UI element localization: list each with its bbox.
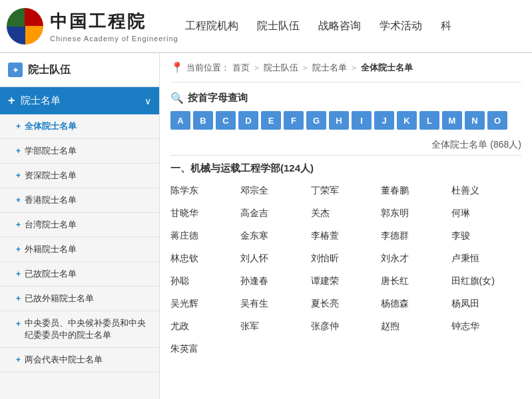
sm-plus-icon-9: + (16, 355, 21, 364)
name-item[interactable]: 甘晓华 (170, 205, 240, 221)
name-item[interactable]: 李骏 (451, 228, 521, 244)
sidebar-submenu-item-6[interactable]: + 已故院士名单 (0, 262, 159, 287)
alpha-btn-B[interactable]: B (193, 111, 213, 130)
name-item[interactable]: 何琳 (451, 205, 521, 221)
breadcrumb: 📍 当前位置： 首页 ＞ 院士队伍 ＞ 院士名单 ＞ 全体院士名单 (170, 53, 521, 82)
name-item[interactable]: 陈学东 (170, 183, 240, 199)
name-item[interactable]: 尤政 (170, 319, 240, 334)
chevron-down-icon: ∨ (144, 96, 151, 106)
alpha-btn-E[interactable]: E (261, 111, 281, 130)
main-container: ✦ 院士队伍 + 院士名单 ∨ + 全体院士名单 + 学部院士名单 + 资深院士… (0, 53, 532, 399)
section-title: 全体院士名单 (868人 (431, 139, 518, 150)
sidebar-submenu-item-1[interactable]: + 学部院士名单 (0, 139, 159, 164)
alpha-btn-O[interactable]: O (487, 111, 507, 130)
location-icon: 📍 (170, 61, 184, 74)
name-item[interactable]: 李椿萱 (311, 228, 381, 244)
name-item[interactable]: 林忠钦 (170, 251, 240, 267)
name-item[interactable]: 李德群 (381, 228, 451, 244)
breadcrumb-current: 全体院士名单 (361, 62, 413, 74)
sm-label-1: 学部院士名单 (25, 145, 77, 157)
sm-plus-icon-1: + (16, 146, 21, 156)
breadcrumb-sep-2: ＞ (301, 62, 310, 74)
logo-area: 中国工程院 Chinese Academy of Engineering (7, 8, 178, 45)
list-section: 全体院士名单 (868人) 一、机械与运载工程学部(124人) 陈学东邓宗全丁荣… (170, 139, 521, 357)
name-item[interactable]: 杨德森 (381, 296, 451, 312)
alpha-btn-F[interactable]: F (284, 111, 304, 130)
sm-label-5: 外籍院士名单 (25, 243, 77, 255)
sidebar-submenu-item-9[interactable]: + 两会代表中院士名单 (0, 348, 159, 372)
sm-plus-icon-6: + (16, 269, 21, 279)
alpha-btn-C[interactable]: C (216, 111, 236, 130)
alpha-btn-G[interactable]: G (306, 111, 326, 130)
sidebar-submenu-item-3[interactable]: + 香港院士名单 (0, 188, 159, 213)
breadcrumb-academicians[interactable]: 院士队伍 (264, 62, 298, 74)
name-item[interactable]: 吴光辉 (170, 296, 240, 312)
sidebar-submenu-item-0[interactable]: + 全体院士名单 (0, 114, 159, 139)
sidebar-submenu: + 全体院士名单 + 学部院士名单 + 资深院士名单 + 香港院士名单 + 台湾… (0, 114, 159, 372)
name-item[interactable]: 刘怡昕 (311, 251, 381, 267)
name-item[interactable]: 唐长红 (381, 273, 451, 289)
alpha-btn-I[interactable]: I (352, 111, 372, 130)
sidebar-menu-item[interactable]: + 院士名单 ∨ (0, 87, 159, 114)
name-item[interactable]: 张军 (240, 319, 310, 334)
alpha-btn-D[interactable]: D (238, 111, 258, 130)
name-item[interactable]: 孙逢春 (240, 273, 310, 289)
name-item[interactable]: 郭东明 (381, 205, 451, 221)
logo-chinese-text: 中国工程院 (50, 10, 178, 33)
sidebar-submenu-item-4[interactable]: + 台湾院士名单 (0, 213, 159, 237)
alpha-btn-L[interactable]: L (419, 111, 439, 130)
alpha-btn-K[interactable]: K (397, 111, 417, 130)
breadcrumb-list[interactable]: 院士名单 (312, 62, 347, 74)
name-item[interactable]: 朱英富 (170, 341, 240, 357)
name-item[interactable]: 关杰 (311, 205, 381, 221)
alpha-btn-H[interactable]: H (329, 111, 349, 130)
alpha-btn-A[interactable]: A (170, 111, 190, 130)
name-item[interactable]: 高金吉 (240, 205, 310, 221)
alpha-buttons-row: ABCDEFGHIJKLMNO (170, 111, 521, 130)
nav-item-academicians[interactable]: 院士队伍 (257, 19, 300, 33)
sm-label-0: 全体院士名单 (25, 120, 77, 132)
sidebar-header-icon: ✦ (8, 63, 23, 77)
nav-item-academic[interactable]: 学术活动 (380, 19, 422, 33)
name-item[interactable]: 吴有生 (240, 296, 310, 312)
alpha-btn-J[interactable]: J (374, 111, 394, 130)
plus-icon: + (8, 94, 15, 108)
logo-english-text: Chinese Academy of Engineering (50, 35, 178, 43)
name-item[interactable]: 赵煦 (381, 319, 451, 334)
name-item[interactable]: 金东寒 (240, 228, 310, 244)
name-item[interactable]: 杨凤田 (451, 296, 521, 312)
alpha-btn-M[interactable]: M (442, 111, 462, 130)
name-item[interactable]: 张彦仲 (311, 319, 381, 334)
search-icon: 🔍 (170, 92, 184, 104)
sm-label-7: 已故外籍院士名单 (25, 293, 94, 305)
name-item[interactable]: 钟志华 (451, 319, 521, 334)
nav-item-strategy[interactable]: 战略咨询 (318, 19, 361, 33)
name-item[interactable]: 刘人怀 (240, 251, 310, 267)
name-item[interactable]: 杜善义 (451, 183, 521, 199)
sm-plus-icon-7: + (16, 294, 21, 303)
alpha-btn-N[interactable]: N (465, 111, 485, 130)
logo-circle (7, 8, 43, 45)
sidebar-submenu-item-8[interactable]: + 中央委员、中央候补委员和中央纪委委员中的院士名单 (0, 311, 159, 348)
name-item[interactable]: 董春鹏 (381, 183, 451, 199)
nav-item-institution[interactable]: 工程院机构 (185, 19, 238, 33)
breadcrumb-home[interactable]: 首页 (232, 62, 250, 74)
name-item[interactable]: 蒋庄德 (170, 228, 240, 244)
name-item[interactable]: 卢秉恒 (451, 251, 521, 267)
sidebar: ✦ 院士队伍 + 院士名单 ∨ + 全体院士名单 + 学部院士名单 + 资深院士… (0, 53, 160, 399)
sm-plus-icon-2: + (16, 171, 21, 180)
name-item[interactable]: 丁荣军 (311, 183, 381, 199)
section-title-bar: 全体院士名单 (868人) (170, 139, 521, 156)
sidebar-submenu-item-5[interactable]: + 外籍院士名单 (0, 237, 159, 262)
name-item[interactable]: 夏长亮 (311, 296, 381, 312)
nav-item-more[interactable]: 科 (441, 19, 451, 33)
name-item[interactable]: 邓宗全 (240, 183, 310, 199)
name-item[interactable]: 孙聪 (170, 273, 240, 289)
main-nav: 工程院机构 院士队伍 战略咨询 学术活动 科 (185, 19, 451, 33)
sidebar-submenu-item-7[interactable]: + 已故外籍院士名单 (0, 287, 159, 311)
name-item[interactable]: 田红旗(女) (451, 273, 521, 289)
sidebar-submenu-item-2[interactable]: + 资深院士名单 (0, 164, 159, 188)
name-item[interactable]: 谭建荣 (311, 273, 381, 289)
name-item[interactable]: 刘永才 (381, 251, 451, 267)
sm-plus-icon-5: + (16, 245, 21, 254)
